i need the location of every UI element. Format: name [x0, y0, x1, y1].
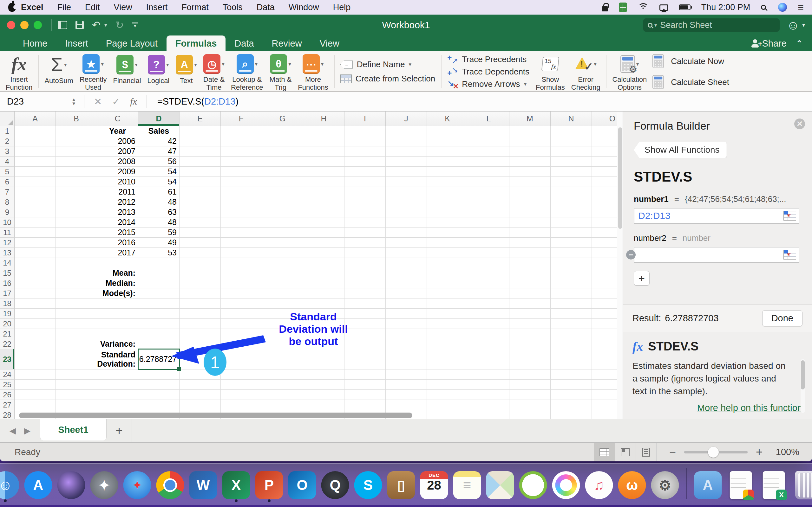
cell-H17[interactable]: [303, 288, 345, 298]
error-checking-button[interactable]: !✓ ▾ Error Checking: [568, 52, 604, 91]
column-header-D[interactable]: D: [138, 112, 180, 126]
cell-N6[interactable]: [551, 177, 592, 187]
cell-L4[interactable]: [468, 157, 509, 167]
cell-J21[interactable]: [386, 329, 427, 339]
cell-B17[interactable]: [56, 288, 97, 298]
cell-I16[interactable]: [345, 278, 386, 288]
cell-E25[interactable]: [180, 380, 221, 390]
cell-O1[interactable]: [592, 126, 617, 136]
cell-L2[interactable]: [468, 136, 509, 147]
remove-argument-button[interactable]: −: [626, 250, 636, 260]
cell-K2[interactable]: [427, 136, 468, 147]
cell-O23[interactable]: [592, 349, 617, 370]
cell-I3[interactable]: [345, 147, 386, 157]
column-header-O[interactable]: O: [592, 112, 617, 126]
cell-C7[interactable]: 2011: [97, 187, 138, 197]
dropdown-caret-icon[interactable]: ▾: [135, 61, 138, 68]
cell-K5[interactable]: [427, 167, 468, 177]
row-header-3[interactable]: 3: [0, 147, 14, 157]
cell-H10[interactable]: [303, 217, 345, 228]
cell-I6[interactable]: [345, 177, 386, 187]
row-header-6[interactable]: 6: [0, 177, 14, 187]
column-header-J[interactable]: J: [386, 112, 427, 126]
cell-O16[interactable]: [592, 278, 617, 288]
cell-H14[interactable]: [303, 258, 345, 268]
cell-K3[interactable]: [427, 147, 468, 157]
cell-N7[interactable]: [551, 187, 592, 197]
cell-I7[interactable]: [345, 187, 386, 197]
cell-K20[interactable]: [427, 319, 468, 329]
dock-item-safari[interactable]: ✦: [123, 469, 152, 501]
cell-I10[interactable]: [345, 217, 386, 228]
cell-E2[interactable]: [180, 136, 221, 147]
close-panel-button[interactable]: ✕: [794, 118, 805, 129]
close-window-button[interactable]: [7, 21, 15, 29]
dock-item-photos[interactable]: [552, 469, 581, 501]
cell-M15[interactable]: [509, 268, 551, 278]
column-header-H[interactable]: H: [303, 112, 345, 126]
calculation-options-button[interactable]: ⚙ ▾ Calculation Options: [609, 52, 650, 91]
cell-K7[interactable]: [427, 187, 468, 197]
cell-N8[interactable]: [551, 197, 592, 207]
cell-D18[interactable]: [138, 298, 180, 308]
wifi-icon[interactable]: [638, 3, 649, 11]
cell-K28[interactable]: [427, 410, 468, 419]
cell-A11[interactable]: [14, 228, 56, 238]
cell-H12[interactable]: [303, 238, 345, 248]
cell-O4[interactable]: [592, 157, 617, 167]
more-help-link[interactable]: More help on this function: [623, 403, 812, 419]
dock-item-app-store[interactable]: A: [24, 469, 53, 501]
dropdown-caret-icon[interactable]: ▾: [321, 61, 324, 67]
cell-A9[interactable]: [14, 207, 56, 217]
cell-D15[interactable]: [138, 268, 180, 278]
column-header-A[interactable]: A: [14, 112, 56, 126]
cell-N17[interactable]: [551, 288, 592, 298]
cell-N13[interactable]: [551, 248, 592, 258]
cell-O27[interactable]: [592, 400, 617, 410]
cell-L14[interactable]: [468, 258, 509, 268]
cell-M16[interactable]: [509, 278, 551, 288]
name-box[interactable]: D23 ▲▼: [0, 96, 79, 107]
cell-E10[interactable]: [180, 217, 221, 228]
cell-J20[interactable]: [386, 319, 427, 329]
feedback-smiley-button[interactable]: ☺▾: [786, 18, 805, 32]
tab-data[interactable]: Data: [225, 36, 263, 51]
cell-O12[interactable]: [592, 238, 617, 248]
cell-E6[interactable]: [180, 177, 221, 187]
cell-L6[interactable]: [468, 177, 509, 187]
cell-G14[interactable]: [262, 258, 303, 268]
cell-A19[interactable]: [14, 308, 56, 319]
cell-B11[interactable]: [56, 228, 97, 238]
normal-view-button[interactable]: [594, 443, 615, 461]
trace-dependents-button[interactable]: +↘ Trace Dependents: [447, 67, 529, 77]
airplay-icon[interactable]: [659, 4, 668, 11]
cell-H27[interactable]: [303, 400, 345, 410]
cell-B13[interactable]: [56, 248, 97, 258]
cell-B14[interactable]: [56, 258, 97, 268]
cell-L16[interactable]: [468, 278, 509, 288]
cell-M7[interactable]: [509, 187, 551, 197]
cell-H26[interactable]: [303, 390, 345, 400]
menu-item-format[interactable]: Format: [182, 3, 209, 12]
zoom-slider[interactable]: [684, 451, 748, 453]
cell-F26[interactable]: [221, 390, 262, 400]
next-sheet-arrow[interactable]: ▶: [24, 426, 31, 436]
cell-M1[interactable]: [509, 126, 551, 136]
dock-item-document-chrome[interactable]: [726, 469, 756, 501]
cell-G17[interactable]: [262, 288, 303, 298]
cell-M12[interactable]: [509, 238, 551, 248]
cell-L7[interactable]: [468, 187, 509, 197]
cell-B26[interactable]: [56, 390, 97, 400]
cell-I12[interactable]: [345, 238, 386, 248]
cell-O20[interactable]: [592, 319, 617, 329]
cell-H18[interactable]: [303, 298, 345, 308]
app-grid-icon[interactable]: [619, 3, 627, 12]
cell-I23[interactable]: [345, 349, 386, 370]
cell-K22[interactable]: [427, 339, 468, 349]
cell-J19[interactable]: [386, 308, 427, 319]
cell-B24[interactable]: [56, 370, 97, 380]
cell-E11[interactable]: [180, 228, 221, 238]
cell-L11[interactable]: [468, 228, 509, 238]
dropdown-caret-icon[interactable]: ▾: [222, 61, 224, 67]
cell-G12[interactable]: [262, 238, 303, 248]
